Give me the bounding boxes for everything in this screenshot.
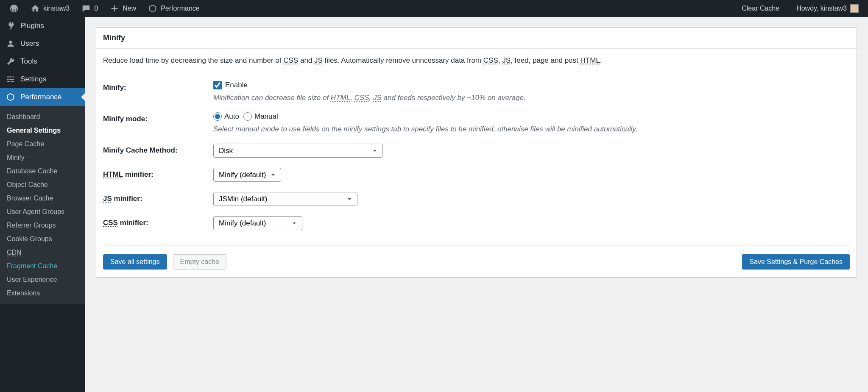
js-minifier-select[interactable]: JSMin (default)	[213, 192, 357, 206]
submenu-extensions[interactable]: Extensions	[0, 286, 85, 300]
submenu-database-cache[interactable]: Database Cache	[0, 164, 85, 178]
sidebar-item-users[interactable]: Users	[0, 35, 85, 53]
admin-sidebar: Plugins Users Tools Settings Performance…	[0, 17, 85, 392]
row-label-minify-mode: Minify mode:	[103, 107, 213, 139]
submenu-dashboard[interactable]: Dashboard	[0, 110, 85, 124]
submenu-minify[interactable]: Minify	[0, 151, 85, 164]
js-abbr: JS	[103, 195, 112, 203]
site-home-link[interactable]: kinstaw3	[26, 4, 74, 13]
minify-cache-method-select[interactable]: Disk	[213, 144, 383, 158]
minify-mode-auto-label[interactable]: Auto	[224, 112, 239, 121]
label-text: minifier:	[123, 170, 154, 178]
css-abbr: CSS	[354, 94, 369, 102]
css-abbr: CSS	[483, 56, 498, 64]
html-minifier-select[interactable]: Minify (default)	[213, 168, 281, 182]
save-all-settings-button[interactable]: Save all settings	[103, 254, 167, 270]
sidebar-item-tools[interactable]: Tools	[0, 53, 85, 70]
desc-text: ,	[498, 56, 502, 64]
submenu-object-cache[interactable]: Object Cache	[0, 178, 85, 192]
sidebar-label: Performance	[20, 93, 61, 101]
hint-text: ,	[350, 94, 354, 102]
plus-icon	[110, 4, 119, 13]
html-abbr: HTML	[103, 170, 123, 178]
admin-bar: kinstaw3 0 New Performance Clear Cache H…	[0, 0, 868, 17]
desc-text: , feed, page and post	[511, 56, 580, 64]
css-abbr: CSS	[283, 56, 298, 64]
js-abbr: JS	[373, 94, 382, 102]
submenu-cdn[interactable]: CDN	[0, 246, 85, 259]
minify-mode-auto-radio[interactable]	[213, 112, 222, 121]
row-label-html-minifier: HTML minifier:	[103, 163, 213, 187]
performance-adminbar-link[interactable]: Performance	[144, 4, 204, 13]
sidebar-item-plugins[interactable]: Plugins	[0, 17, 85, 35]
box-icon	[148, 4, 157, 13]
box-icon	[6, 92, 15, 102]
submenu-general-settings[interactable]: General Settings	[0, 124, 85, 137]
save-purge-button[interactable]: Save Settings & Purge Caches	[742, 254, 850, 270]
minify-panel: Minify Reduce load time by decreasing th…	[96, 27, 857, 278]
performance-adminbar-label: Performance	[161, 5, 200, 12]
comments-link[interactable]: 0	[77, 4, 102, 13]
performance-submenu: Dashboard General Settings Page Cache Mi…	[0, 106, 85, 304]
label-text: minifier:	[118, 219, 148, 227]
submenu-user-agent-groups[interactable]: User Agent Groups	[0, 205, 85, 219]
comments-count: 0	[94, 5, 98, 12]
hint-text: and feeds respectively by ~10% on averag…	[382, 94, 526, 102]
new-label: New	[123, 5, 136, 12]
row-label-css-minifier: CSS minifier:	[103, 211, 213, 235]
html-abbr: HTML	[581, 56, 600, 64]
submenu-fragment-cache[interactable]: Fragment Cache	[0, 259, 85, 273]
row-label-cache-method: Minify Cache Method:	[103, 139, 213, 163]
js-abbr: JS	[314, 56, 323, 64]
home-icon	[31, 4, 40, 13]
wrench-icon	[6, 57, 15, 66]
button-row: Save all settings Empty cache Save Setti…	[103, 245, 850, 270]
desc-text: .	[600, 56, 602, 64]
label-text: minifier:	[112, 195, 142, 203]
user-icon	[6, 39, 15, 48]
desc-text: files. Automatically remove unncessary d…	[323, 56, 483, 64]
css-abbr: CSS	[103, 219, 118, 227]
js-abbr: JS	[502, 56, 511, 64]
minify-enable-checkbox[interactable]	[213, 81, 222, 89]
minify-mode-hint: Select manual mode to use fields on the …	[213, 125, 850, 133]
row-label-minify: Minify:	[103, 76, 213, 107]
howdy-link[interactable]: Howdy, kinstaw3	[792, 4, 863, 13]
howdy-text: Howdy, kinstaw3	[796, 5, 847, 12]
clear-cache-link[interactable]: Clear Cache	[737, 5, 784, 12]
site-name: kinstaw3	[43, 5, 70, 12]
sidebar-label: Tools	[20, 57, 37, 66]
main-content: Minify Reduce load time by decreasing th…	[85, 17, 868, 392]
row-label-js-minifier: JS minifier:	[103, 187, 213, 211]
panel-description: Reduce load time by decreasing the size …	[103, 56, 850, 65]
panel-title: Minify	[96, 28, 857, 49]
css-minifier-select[interactable]: Minify (default)	[213, 216, 302, 230]
submenu-browser-cache[interactable]: Browser Cache	[0, 192, 85, 205]
hint-text: Minification can decrease file size of	[213, 94, 331, 102]
desc-text: and	[298, 56, 314, 64]
empty-cache-button[interactable]: Empty cache	[173, 254, 226, 270]
wordpress-icon	[9, 4, 19, 13]
comment-icon	[81, 4, 91, 13]
html-abbr: HTML	[331, 94, 350, 102]
submenu-user-experience[interactable]: User Experience	[0, 273, 85, 286]
sidebar-label: Users	[20, 39, 39, 48]
wp-logo[interactable]	[5, 4, 23, 13]
minify-mode-manual-label[interactable]: Manual	[254, 112, 278, 121]
sidebar-item-performance[interactable]: Performance	[0, 88, 85, 106]
avatar	[850, 4, 859, 13]
cdn-abbr: CDN	[7, 249, 22, 256]
submenu-cookie-groups[interactable]: Cookie Groups	[0, 232, 85, 246]
hint-text: ,	[369, 94, 373, 102]
new-content-link[interactable]: New	[106, 4, 140, 13]
sidebar-item-settings[interactable]: Settings	[0, 70, 85, 88]
minify-hint: Minification can decrease file size of H…	[213, 94, 850, 102]
minify-mode-manual-radio[interactable]	[243, 112, 252, 121]
sidebar-label: Settings	[20, 75, 46, 83]
minify-enable-label[interactable]: Enable	[225, 81, 248, 89]
sliders-icon	[6, 75, 15, 84]
submenu-page-cache[interactable]: Page Cache	[0, 137, 85, 151]
desc-text: Reduce load time by decreasing the size …	[103, 56, 283, 64]
submenu-referrer-groups[interactable]: Referrer Groups	[0, 219, 85, 232]
plug-icon	[6, 21, 15, 31]
